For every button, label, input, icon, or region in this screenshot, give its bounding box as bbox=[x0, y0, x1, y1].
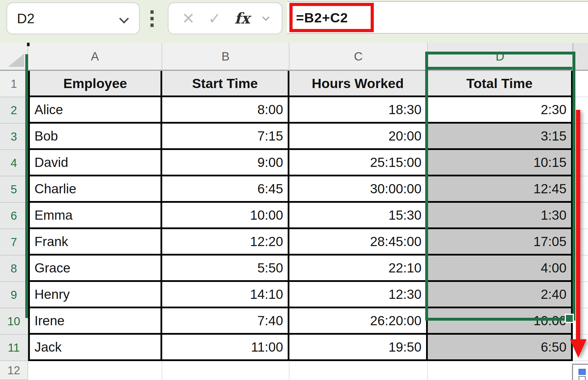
cell-a8[interactable]: Grace bbox=[28, 256, 162, 282]
formula-buttons-group: ✕ ✓ fx bbox=[168, 2, 283, 34]
cell-c1[interactable]: Hours Worked bbox=[289, 71, 428, 97]
cell-c4[interactable]: 25:15:00 bbox=[289, 150, 428, 176]
row-header-8[interactable]: 8 bbox=[0, 256, 28, 282]
cell-c5[interactable]: 30:00:00 bbox=[289, 176, 428, 203]
formula-annotation-box: =B2+C2 bbox=[289, 3, 374, 32]
row-header-4[interactable]: 4 bbox=[0, 150, 28, 176]
cell-c10[interactable]: 26:20:00 bbox=[289, 308, 428, 335]
row-header-10[interactable]: 10 bbox=[0, 308, 28, 335]
column-header-a[interactable]: A bbox=[28, 43, 162, 71]
row-header-1[interactable]: 1 bbox=[0, 71, 28, 97]
selection-border-d2-d11 bbox=[425, 52, 575, 321]
name-box-chevron-icon[interactable] bbox=[119, 14, 129, 24]
cell-b12[interactable] bbox=[162, 361, 289, 380]
row-header-6[interactable]: 6 bbox=[0, 203, 28, 229]
cell-a4[interactable]: David bbox=[28, 150, 162, 176]
select-all-triangle-icon bbox=[8, 54, 24, 67]
cell-c6[interactable]: 15:30 bbox=[289, 203, 428, 229]
autofill-outline-square-icon bbox=[579, 376, 586, 380]
column-header-c[interactable]: C bbox=[289, 43, 428, 71]
cell-a11[interactable]: Jack bbox=[28, 335, 162, 361]
fill-down-annotation-arrow bbox=[570, 110, 587, 358]
cell-a6[interactable]: Emma bbox=[28, 203, 162, 229]
cell-d12[interactable] bbox=[428, 361, 573, 380]
cell-b11[interactable]: 11:00 bbox=[162, 335, 289, 361]
cell-b9[interactable]: 14:10 bbox=[162, 282, 289, 308]
formula-text: =B2+C2 bbox=[293, 10, 348, 26]
grid-top-tick-mark bbox=[27, 43, 30, 46]
drag-handle-dots-icon[interactable] bbox=[150, 10, 154, 27]
arrow-line bbox=[576, 110, 580, 340]
cell-a10[interactable]: Irene bbox=[28, 308, 162, 335]
row-header-2[interactable]: 2 bbox=[0, 97, 28, 124]
arrow-head-icon bbox=[570, 339, 587, 358]
formula-bar-chrome: D2 ✕ ✓ fx =B2+C2 bbox=[0, 0, 588, 43]
cell-b6[interactable]: 10:00 bbox=[162, 203, 289, 229]
cell-c3[interactable]: 20:00 bbox=[289, 124, 428, 150]
row-header-12[interactable]: 12 bbox=[0, 361, 28, 380]
enter-icon[interactable]: ✓ bbox=[208, 11, 221, 26]
cell-c11[interactable]: 19:50 bbox=[289, 335, 428, 361]
excel-window: D2 ✕ ✓ fx =B2+C2 A B C D bbox=[0, 0, 588, 380]
cell-a3[interactable]: Bob bbox=[28, 124, 162, 150]
cell-c8[interactable]: 22:10 bbox=[289, 256, 428, 282]
cell-b5[interactable]: 6:45 bbox=[162, 176, 289, 203]
insert-function-icon[interactable]: fx bbox=[235, 11, 250, 26]
row-header-5[interactable]: 5 bbox=[0, 176, 28, 203]
autofill-blue-square-icon bbox=[579, 369, 586, 375]
cell-d11[interactable]: 6:50 bbox=[428, 335, 573, 361]
row-header-7[interactable]: 7 bbox=[0, 229, 28, 256]
cell-a12[interactable] bbox=[28, 361, 162, 380]
cancel-icon[interactable]: ✕ bbox=[182, 11, 195, 26]
autofill-options-button[interactable] bbox=[572, 364, 588, 380]
cell-b2[interactable]: 8:00 bbox=[162, 97, 289, 124]
column-header-b[interactable]: B bbox=[162, 43, 289, 71]
row-header-11[interactable]: 11 bbox=[0, 335, 28, 361]
cell-c2[interactable]: 18:30 bbox=[289, 97, 428, 124]
cell-b4[interactable]: 9:00 bbox=[162, 150, 289, 176]
cell-a2[interactable]: Alice bbox=[28, 97, 162, 124]
cell-b1[interactable]: Start Time bbox=[162, 71, 289, 97]
cell-b3[interactable]: 7:15 bbox=[162, 124, 289, 150]
row-header-9[interactable]: 9 bbox=[0, 282, 28, 308]
cell-b7[interactable]: 12:20 bbox=[162, 229, 289, 256]
cell-c12[interactable] bbox=[289, 361, 428, 380]
cell-b8[interactable]: 5:50 bbox=[162, 256, 289, 282]
function-chevron-icon[interactable] bbox=[262, 13, 269, 21]
cell-c7[interactable]: 28:45:00 bbox=[289, 229, 428, 256]
cell-c9[interactable]: 12:30 bbox=[289, 282, 428, 308]
row-header-3[interactable]: 3 bbox=[0, 124, 28, 150]
cell-a9[interactable]: Henry bbox=[28, 282, 162, 308]
cell-b10[interactable]: 7:40 bbox=[162, 308, 289, 335]
cell-a1[interactable]: Employee bbox=[28, 71, 162, 97]
cell-a5[interactable]: Charlie bbox=[28, 176, 162, 203]
cell-a7[interactable]: Frank bbox=[28, 229, 162, 256]
name-box[interactable]: D2 bbox=[6, 2, 140, 34]
select-all-corner[interactable] bbox=[0, 43, 28, 71]
selected-rows-accent-bar bbox=[25, 54, 28, 318]
name-box-value: D2 bbox=[7, 11, 34, 26]
